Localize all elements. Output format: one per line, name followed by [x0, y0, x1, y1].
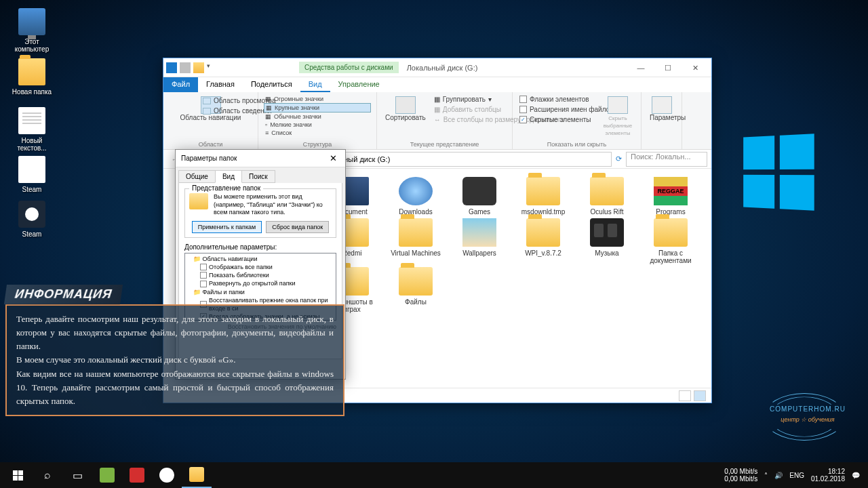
tree-checkbox-item[interactable]: Показать библиотеки — [186, 271, 334, 279]
steam-icon — [18, 201, 45, 228]
close-button[interactable]: ✕ — [326, 153, 340, 163]
folder-item[interactable]: WPI_v.8.7.2 — [517, 218, 569, 264]
preview-icon — [203, 98, 211, 104]
desktop-icon-this-pc[interactable]: Этот компьютер — [8, 8, 56, 53]
checkbox-icon — [519, 96, 527, 103]
options-icon — [652, 96, 672, 114]
maximize-button[interactable]: ☐ — [654, 60, 682, 76]
taskbar-app[interactable] — [92, 462, 122, 488]
options-button[interactable]: Параметры — [647, 95, 676, 123]
folder-icon — [18, 58, 45, 85]
minimize-button[interactable]: — — [627, 60, 654, 76]
ribbon-group-label: Структура — [258, 141, 376, 148]
start-button[interactable] — [3, 462, 33, 488]
title-bar: ▾ Средства работы с дисками Локальный ди… — [163, 58, 711, 77]
desktop-icon-new-folder[interactable]: Новая папка — [8, 58, 56, 96]
folder-item[interactable]: Wallpapers — [454, 218, 505, 264]
folder-icon — [654, 218, 688, 247]
text-file-icon — [18, 107, 45, 134]
desktop-icon-label: Steam — [22, 230, 42, 238]
downloads-icon — [399, 177, 433, 205]
close-button[interactable]: ✕ — [682, 60, 709, 76]
language-indicator[interactable]: ENG — [789, 472, 804, 479]
folder-icon — [526, 218, 560, 247]
desktop-icon-new-text[interactable]: Новый текстов... — [8, 107, 56, 152]
folder-icon — [189, 193, 208, 209]
tray-chevron-up-icon[interactable]: ˄ — [764, 472, 768, 479]
reggae-icon: REGGAE — [654, 177, 688, 205]
view-huge-icons[interactable]: ▦ Огромные значки — [264, 95, 371, 103]
group-title: Представление папок — [189, 184, 263, 192]
qat-dropdown-icon[interactable]: ▾ — [207, 62, 218, 73]
tab-file[interactable]: Файл — [163, 77, 198, 92]
folder-item[interactable]: Папка с документами — [645, 218, 696, 264]
sort-button[interactable]: Сортировать — [382, 95, 429, 124]
folder-icon — [526, 177, 560, 205]
view-list[interactable]: ≡ Список — [264, 129, 371, 137]
view-details-button[interactable] — [679, 390, 691, 401]
tab-manage[interactable]: Управление — [330, 77, 388, 92]
folder-item[interactable]: Файлы — [390, 267, 441, 313]
tab-general[interactable]: Общие — [178, 170, 216, 183]
checkbox-icon: ✓ — [519, 116, 527, 123]
tab-home[interactable]: Главная — [198, 77, 243, 92]
network-meter[interactable]: 0,00 Mbit/s0,00 Mbit/s — [724, 468, 757, 483]
folder-item[interactable]: msdownld.tmp — [517, 177, 569, 216]
reset-folders-button[interactable]: Сброс вида папок — [266, 221, 329, 233]
search-input[interactable]: Поиск: Локальн... — [626, 152, 707, 167]
view-large-icons[interactable]: ▦ Крупные значки — [264, 103, 371, 113]
folder-icon — [399, 267, 433, 296]
folder-item[interactable]: REGGAEPrograms — [645, 177, 696, 216]
desktop-icon-label: Этот компьютер — [15, 38, 49, 53]
desktop-icon-steam2[interactable]: Steam — [8, 201, 56, 238]
folder-item[interactable]: Games — [454, 177, 505, 216]
steam-icon — [18, 156, 45, 183]
watermark-url: COMPUTERHOM.RU — [764, 405, 852, 413]
search-icon: ⌕ — [44, 469, 51, 481]
taskbar-app-explorer[interactable] — [182, 462, 212, 488]
view-medium-icons[interactable]: ▦ Обычные значки — [264, 113, 371, 121]
checkbox-icon — [519, 106, 527, 113]
volume-icon[interactable]: 🔊 — [774, 472, 783, 479]
qat-icon[interactable] — [180, 62, 191, 73]
notifications-icon[interactable]: 💬 — [852, 472, 860, 479]
task-view-button[interactable]: ▭ — [62, 462, 92, 488]
details-icon — [203, 108, 211, 115]
tab-view[interactable]: Вид — [215, 170, 242, 183]
windows-logo-background — [743, 134, 814, 210]
kaspersky-icon — [130, 468, 144, 483]
refresh-button[interactable]: ⟳ — [616, 155, 622, 163]
checkbox-icon — [200, 264, 207, 270]
desktop-icon-label: Steam — [22, 186, 42, 193]
taskbar-app[interactable] — [122, 462, 152, 488]
dialog-tabs: Общие Вид Поиск — [176, 167, 345, 183]
view-icons-button[interactable] — [694, 390, 706, 401]
folder-item[interactable]: Oculus Rift — [581, 177, 633, 216]
folder-view-group: Представление папок Вы можете применить … — [184, 188, 336, 238]
view-small-icons[interactable]: ▫ Мелкие значки — [264, 121, 371, 129]
folder-item[interactable]: Virtual Machines — [390, 218, 441, 264]
tab-share[interactable]: Поделиться — [243, 77, 300, 92]
system-tray: 0,00 Mbit/s0,00 Mbit/s ˄ 🔊 ENG 18:1201.0… — [724, 468, 865, 483]
taskbar-app[interactable] — [152, 462, 182, 488]
tree-node[interactable]: 📁 Область навигации — [186, 255, 334, 263]
ribbon-group-label: Текущее представление — [377, 141, 512, 148]
qat-icon[interactable] — [166, 62, 177, 73]
folder-icon — [399, 218, 433, 247]
folder-item[interactable]: Downloads — [390, 177, 441, 216]
folder-icon[interactable] — [193, 62, 204, 73]
search-button[interactable]: ⌕ — [33, 462, 62, 488]
monitor-icon — [18, 8, 45, 35]
tab-view[interactable]: Вид — [300, 77, 330, 92]
clock[interactable]: 18:1201.02.2018 — [811, 468, 845, 483]
folder-item[interactable]: Музыка — [581, 218, 633, 264]
speakers-icon — [590, 218, 624, 247]
desktop-icon-label: Новый текстов... — [17, 137, 46, 152]
window-title: Локальный диск (G:) — [407, 64, 478, 72]
apply-to-folders-button[interactable]: Применить к папкам — [192, 221, 262, 233]
hide-selected-button[interactable]: Скрыть выбранные элементы — [599, 95, 637, 138]
desktop-icon-steam[interactable]: Steam — [8, 156, 56, 193]
tree-checkbox-item[interactable]: Отображать все папки — [186, 263, 334, 271]
tab-search[interactable]: Поиск — [241, 170, 275, 183]
contextual-tab-label: Средства работы с дисками — [299, 62, 399, 73]
